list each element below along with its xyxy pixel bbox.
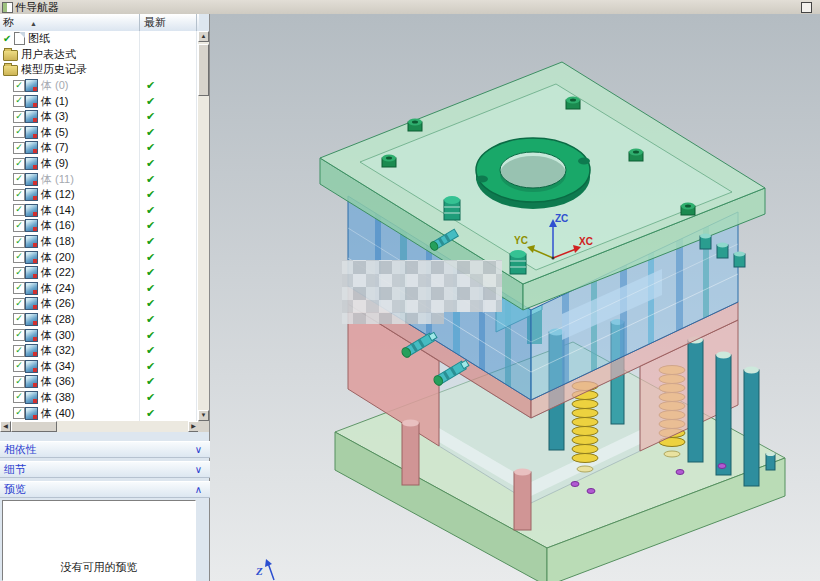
tree-item-label: 体 (5) [41,125,69,140]
visibility-checkbox[interactable]: ✓ [13,95,25,107]
tree-item-label: 体 (0) [41,78,69,93]
tree-item-label: 体 (26) [41,296,75,311]
zc-axis-label: ZC [555,213,568,224]
scroll-down-button[interactable]: ▼ [198,410,209,421]
visibility-checkbox[interactable]: ✓ [13,158,25,170]
visibility-checkbox[interactable]: ✓ [13,220,25,232]
visibility-checkbox[interactable]: ✓ [13,267,25,279]
visibility-checkbox[interactable]: ✓ [13,313,25,325]
visibility-checkbox[interactable]: ✓ [13,251,25,263]
navigator-panel-icon [2,2,13,13]
visibility-checkbox[interactable]: ✓ [13,360,25,372]
tree-row[interactable]: 用户表达式 [0,47,199,63]
feature-tree[interactable]: ✔图纸用户表达式模型历史记录✓体 (0)✔✓体 (1)✔✓体 (3)✔✓体 (5… [0,31,199,421]
name-column-header[interactable]: 称▲ [3,14,37,32]
tree-row[interactable]: ✓体 (26)✔ [0,296,199,312]
tree-horizontal-scrollbar[interactable]: ◀ ▶ [0,421,199,432]
column-divider [139,31,140,421]
tree-row[interactable]: ✓体 (28)✔ [0,312,199,328]
visibility-checkbox[interactable]: ✓ [13,298,25,310]
tree-column-header[interactable]: 称▲ 最新 [0,14,199,32]
section-details[interactable]: 细节 ∨ [0,461,210,478]
latest-check-icon: ✔ [146,266,155,279]
tree-row[interactable]: ✓体 (24)✔ [0,281,199,297]
visibility-checkbox[interactable]: ✓ [13,391,25,403]
latest-check-icon: ✔ [146,313,155,326]
latest-check-icon: ✔ [146,391,155,404]
tree-row[interactable]: ✓体 (18)✔ [0,234,199,250]
tree-row[interactable]: ✓体 (5)✔ [0,125,199,141]
tree-row[interactable]: ✓体 (20)✔ [0,249,199,265]
tree-row[interactable]: ✓体 (7)✔ [0,140,199,156]
latest-check-icon: ✔ [146,375,155,388]
body-icon [25,407,38,420]
body-icon [25,173,38,186]
body-icon [25,95,38,108]
tree-row[interactable]: ✓体 (9)✔ [0,156,199,172]
latest-check-icon: ✔ [146,188,155,201]
tree-vertical-scrollbar[interactable]: ▲ ▼ [198,31,209,421]
tree-row[interactable]: ✓体 (11)✔ [0,171,199,187]
panel-titlebar: 件导航器 [0,0,820,15]
tree-item-label: 体 (14) [41,203,75,218]
tree-item-label: 体 (1) [41,94,69,109]
scroll-up-button[interactable]: ▲ [198,31,209,42]
tree-row[interactable]: 模型历史记录 [0,62,199,78]
folder-icon [3,65,18,76]
tree-item-label: 体 (40) [41,406,75,421]
chevron-up-icon[interactable]: ∧ [195,482,202,497]
visibility-checkbox[interactable]: ✓ [13,345,25,357]
column-divider [196,14,197,31]
visibility-checkbox[interactable]: ✓ [13,282,25,294]
tree-item-label: 用户表达式 [21,47,76,62]
visibility-checkbox[interactable]: ✓ [13,111,25,123]
latest-check-icon: ✔ [146,360,155,373]
visibility-checkbox[interactable]: ✓ [13,142,25,154]
visibility-checkbox[interactable]: ✓ [13,173,25,185]
latest-check-icon: ✔ [146,297,155,310]
tree-row[interactable]: ✓体 (12)✔ [0,187,199,203]
visibility-checkbox[interactable]: ✓ [13,329,25,341]
name-column-label: 称 [3,16,14,28]
tree-row[interactable]: ✔图纸 [0,31,199,47]
tree-row[interactable]: ✓体 (38)✔ [0,390,199,406]
tree-row[interactable]: ✓体 (36)✔ [0,374,199,390]
section-preview[interactable]: 预览 ∧ [0,481,210,498]
graphics-viewport[interactable]: ZC YC XC Z [210,14,820,581]
tree-row[interactable]: ✓体 (30)✔ [0,327,199,343]
tree-item-label: 体 (20) [41,250,75,265]
visibility-checkbox[interactable]: ✓ [13,407,25,419]
tree-row[interactable]: ✓体 (0)✔ [0,78,199,94]
visibility-checkbox[interactable]: ✓ [13,236,25,248]
visibility-checkbox[interactable]: ✓ [13,80,25,92]
scroll-left-button[interactable]: ◀ [0,421,11,432]
section-preview-label: 预览 [4,482,26,497]
visibility-checkbox[interactable]: ✓ [13,376,25,388]
folder-icon [3,50,18,61]
horizontal-scroll-thumb[interactable] [11,421,57,432]
tree-row[interactable]: ✓体 (22)✔ [0,265,199,281]
tree-row[interactable]: ✓体 (32)✔ [0,343,199,359]
tree-row[interactable]: ✓体 (16)✔ [0,218,199,234]
visibility-checkbox[interactable]: ✓ [13,189,25,201]
latest-column-header[interactable]: 最新 [144,14,166,31]
tree-row[interactable]: ✓体 (34)✔ [0,358,199,374]
body-icon [25,219,38,232]
tree-row[interactable]: ✓体 (1)✔ [0,93,199,109]
visibility-checkbox[interactable]: ✓ [13,204,25,216]
chevron-down-icon[interactable]: ∨ [195,462,202,477]
tree-row[interactable]: ✓体 (14)✔ [0,203,199,219]
tree-item-label: 体 (16) [41,218,75,233]
sheet-icon [14,32,25,45]
vertical-scroll-thumb[interactable] [198,44,209,96]
window-restore-button[interactable] [801,2,812,13]
body-icon [25,204,38,217]
section-dependencies[interactable]: 相依性 ∨ [0,441,210,458]
tree-row[interactable]: ✓体 (3)✔ [0,109,199,125]
tree-row[interactable]: ✓体 (40)✔ [0,405,199,421]
cad-model-canvas[interactable]: ZC YC XC Z [210,14,820,581]
latest-check-icon: ✔ [146,329,155,342]
yc-axis-label: YC [514,235,528,246]
chevron-down-icon[interactable]: ∨ [195,442,202,457]
visibility-checkbox[interactable]: ✓ [13,126,25,138]
